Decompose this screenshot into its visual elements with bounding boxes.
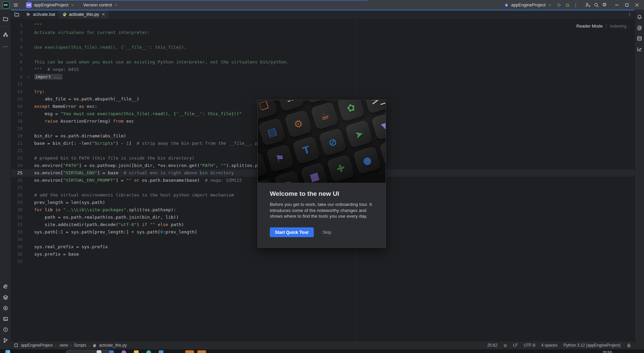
line-number[interactable]: 30 [11, 206, 22, 214]
code-line[interactable]: 1""" [11, 21, 635, 29]
line-number[interactable]: 32 [11, 221, 22, 228]
lock-open-icon[interactable] [627, 343, 631, 348]
structure-tool-button[interactable] [1, 30, 10, 39]
run-tool-button[interactable] [1, 304, 10, 312]
code-line[interactable]: 8›import ... [11, 73, 635, 81]
notifications-button[interactable] [635, 12, 644, 21]
vcs-widget[interactable]: Version control [81, 1, 121, 9]
taskbar-app-icon[interactable] [159, 350, 163, 353]
code-line[interactable]: 13 [11, 81, 635, 88]
project-widget[interactable]: AE appEngineProject [23, 1, 77, 9]
encoding-widget[interactable]: UTF-8 [524, 343, 535, 348]
line-number[interactable]: 13 [11, 81, 22, 88]
reader-mode-button[interactable]: Reader Mode [576, 24, 603, 29]
line-number[interactable]: 1 [11, 21, 22, 29]
more-tool-windows-button[interactable]: ... [1, 41, 10, 50]
breadcrumb-item[interactable]: appEngineProject [21, 343, 53, 348]
close-window-button[interactable] [632, 0, 642, 10]
line-number[interactable]: 21 [11, 140, 22, 147]
indent-widget[interactable]: 4 spaces [541, 343, 557, 348]
interpreter-widget[interactable]: Python 3.12 (appEngineProject) [563, 343, 621, 348]
line-number[interactable]: 7 [11, 66, 22, 73]
taskbar-app-icon[interactable] [121, 350, 126, 353]
close-tab-icon[interactable]: ✕ [102, 12, 105, 17]
line-number[interactable]: 5 [11, 51, 22, 58]
maximize-button[interactable] [622, 0, 632, 10]
tab-options-kebab[interactable]: ⋮ [625, 10, 635, 19]
code-line[interactable]: 3 [11, 36, 635, 44]
line-separator-widget[interactable]: LF [513, 343, 518, 348]
line-number[interactable]: 22 [11, 147, 22, 155]
terminal-tool-button[interactable] [1, 314, 10, 323]
line-number[interactable]: 23 [11, 155, 22, 162]
taskbar-app-icon[interactable] [97, 350, 101, 353]
breadcrumb-item[interactable]: activate_this.py [99, 343, 127, 348]
main-menu-burger-icon[interactable] [13, 2, 18, 8]
line-number[interactable]: 31 [11, 214, 22, 221]
tab-activate-bat[interactable]: activate.bat [22, 10, 59, 19]
taskbar-app-icon[interactable] [146, 350, 151, 353]
taskbar-widgets-icon[interactable] [5, 350, 10, 353]
ai-assistant-button[interactable]: @ [635, 23, 644, 32]
line-number[interactable]: 6 [11, 58, 22, 66]
code-line[interactable]: 36sys.prefix = base [11, 251, 635, 258]
taskbar-app-icon[interactable] [134, 350, 139, 353]
code-line[interactable]: 14try: [11, 88, 635, 95]
caret-position-widget[interactable]: 25:62 [487, 343, 497, 348]
line-number[interactable]: 2 [11, 29, 22, 36]
skip-button[interactable]: Skip [323, 230, 331, 235]
breadcrumb-item[interactable]: Scripts [74, 343, 87, 348]
taskbar-app-icon[interactable] [197, 350, 206, 353]
folded-region-chip[interactable]: import ... [34, 74, 62, 80]
version-control-tool-button[interactable] [1, 336, 10, 345]
line-number[interactable]: 16 [11, 103, 22, 110]
code-line[interactable]: 4Use exec(open(this_file).read(), {'__fi… [11, 44, 635, 51]
line-number[interactable]: 17 [11, 110, 22, 118]
search-everywhere-button[interactable] [592, 1, 601, 9]
breadcrumb-item[interactable]: .venv [58, 343, 68, 348]
taskbar-clock[interactable]: 20:50 [602, 350, 612, 353]
code-line[interactable]: 6This can be used when you must use an e… [11, 58, 635, 66]
line-number[interactable]: 37 [11, 258, 22, 265]
line-number[interactable]: 28 [11, 191, 22, 199]
run-configuration-widget[interactable]: appEngineProject [501, 1, 554, 9]
project-tool-button[interactable] [1, 14, 10, 23]
services-tool-button[interactable] [1, 293, 10, 302]
fold-arrow-icon[interactable]: › [22, 73, 34, 81]
line-number[interactable]: 4 [11, 44, 22, 51]
inspections-widget-icon[interactable]: ⊘ [503, 343, 507, 348]
line-number[interactable]: 20 [11, 132, 22, 140]
run-button[interactable] [554, 1, 563, 9]
code-line[interactable]: 2Activate virtualenv for current interpr… [11, 29, 635, 36]
line-number[interactable]: 24 [11, 162, 22, 169]
python-console-tool-button[interactable] [1, 282, 10, 291]
line-number[interactable]: 35 [11, 243, 22, 251]
select-opened-file-button[interactable] [11, 10, 22, 19]
problems-tool-button[interactable] [1, 325, 10, 334]
code-line[interactable]: 37 [11, 258, 635, 265]
line-number[interactable]: 34 [11, 236, 22, 243]
line-number[interactable]: 27 [11, 184, 22, 191]
taskbar-app-icon[interactable] [185, 350, 194, 353]
code-with-me-button[interactable] [583, 1, 592, 9]
app-logo[interactable]: PC [3, 2, 9, 8]
taskbar-app-icon[interactable] [109, 350, 114, 353]
line-number[interactable]: 15 [11, 95, 22, 103]
settings-button[interactable]: ⚙ [601, 1, 608, 9]
line-number[interactable]: 18 [11, 118, 22, 125]
start-quick-tour-button[interactable]: Start Quick Tour [270, 227, 314, 237]
line-number[interactable]: 33 [11, 228, 22, 236]
sciview-chart-button[interactable] [635, 45, 644, 53]
tab-activate-this-py[interactable]: activate_this.py ✕ [59, 10, 109, 19]
line-number[interactable]: 8 [11, 73, 22, 81]
debug-button[interactable] [563, 1, 572, 9]
line-number[interactable]: 19 [11, 125, 22, 132]
more-actions-kebab[interactable]: ⋮ [572, 1, 580, 9]
line-number[interactable]: 14 [11, 88, 22, 95]
line-number[interactable]: 26 [11, 177, 22, 184]
code-line[interactable]: 5 [11, 51, 635, 58]
database-tool-button[interactable] [635, 34, 644, 43]
line-number[interactable]: 25 [11, 169, 22, 177]
code-line[interactable]: 7""" # noqa: D415 [11, 66, 635, 73]
minimize-button[interactable] [612, 0, 622, 10]
